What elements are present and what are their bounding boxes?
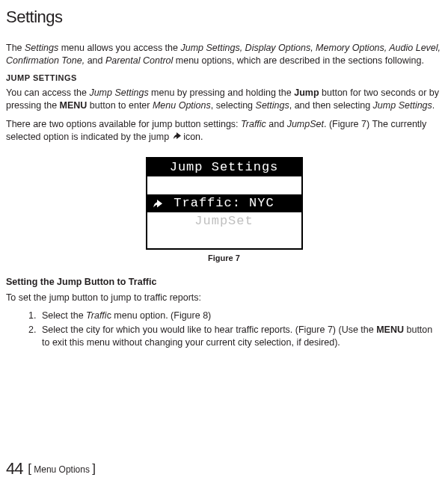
intro-text-2: menu allows you access the (58, 43, 180, 53)
lcd-title-row: Jump Settings (147, 159, 301, 176)
jp1-j: Settings (256, 100, 289, 111)
jp2-f: icon. (181, 132, 203, 142)
lcd-selected-text: Traffic: NYC (174, 196, 274, 210)
figure-7: Jump Settings Traffic: NYC JumpSet Figur… (6, 157, 442, 264)
jp1-a: You can access the (6, 87, 89, 98)
bracket-open: [ (28, 461, 31, 476)
jp1-c: menu by pressing and holding the (149, 87, 295, 98)
intro-text-1: The (6, 43, 25, 53)
lcd-selected-row: Traffic: NYC (147, 194, 301, 212)
intro-parental-term: Parental Control (105, 55, 173, 66)
li1-a: Select the (42, 310, 86, 321)
jp2-a: There are two options available for jump… (6, 119, 241, 129)
jp2-d: JumpSet (287, 119, 324, 129)
li2-a: Select the city for which you would like… (42, 325, 376, 335)
step-1: Select the Traffic menu option. (Figure … (39, 310, 442, 322)
jump-settings-heading: JUMP SETTINGS (6, 73, 442, 84)
lcd-blank-row (147, 176, 301, 194)
jump-icon (172, 132, 181, 144)
lcd-display: Jump Settings Traffic: NYC JumpSet (146, 157, 303, 250)
jp1-l: Jump Settings (373, 100, 432, 111)
jp1-h: Menu Options (153, 100, 211, 111)
setting-intro: To set the jump button to jump to traffi… (6, 292, 442, 304)
intro-text-3: and (85, 55, 105, 66)
jp2-b: Traffic (241, 119, 266, 129)
step-2: Select the city for which you would like… (39, 324, 442, 349)
li1-c: c menu option. (Figure 8) (107, 310, 212, 321)
intro-settings-term: Settings (25, 43, 58, 53)
jp1-d: Jump (294, 87, 319, 98)
li2-b: MENU (376, 325, 404, 335)
bracket-close: ] (92, 461, 96, 476)
intro-paragraph: The Settings menu allows you access the … (6, 42, 442, 67)
lcd-dim-row: JumpSet (147, 212, 301, 230)
page-title: Settings (6, 6, 442, 28)
page-footer: 44 [ Menu Options ] (6, 458, 96, 480)
footer-section: Menu Options (34, 464, 90, 475)
steps-list: Select the Traffic menu option. (Figure … (39, 310, 442, 349)
jp1-f: MENU (60, 100, 88, 111)
page-number: 44 (6, 459, 22, 478)
figure-caption: Figure 7 (6, 253, 442, 264)
setting-traffic-heading: Setting the Jump Button to Traffic (6, 276, 442, 289)
jp1-m: . (432, 100, 435, 111)
jump-para-2: There are two options available for jump… (6, 118, 442, 144)
li1-b: Traffi (86, 310, 107, 321)
jp1-k: , and then selecting (289, 100, 373, 111)
jp2-c: and (266, 119, 287, 129)
jump-para-1: You can access the Jump Settings menu by… (6, 87, 442, 112)
jp1-b: Jump Settings (89, 87, 148, 98)
jp1-g: button to enter (87, 100, 153, 111)
jp1-i: , selecting (211, 100, 256, 111)
lcd-blank-row-2 (147, 230, 301, 248)
intro-text-4: menu options, which are described in the… (173, 55, 424, 66)
